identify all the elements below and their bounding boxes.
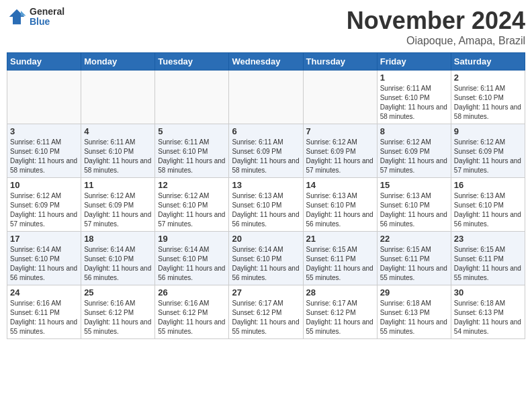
day-number: 18 — [84, 234, 152, 244]
day-number: 17 — [10, 234, 78, 244]
calendar-cell: 6Sunrise: 6:11 AMSunset: 6:09 PMDaylight… — [229, 124, 303, 178]
day-info: Sunrise: 6:16 AMSunset: 6:12 PMDaylight:… — [158, 299, 226, 336]
day-number: 29 — [380, 287, 448, 298]
logo-text: General Blue — [30, 7, 64, 28]
weekday-header-saturday: Saturday — [451, 53, 525, 71]
calendar-cell: 29Sunrise: 6:18 AMSunset: 6:13 PMDayligh… — [377, 285, 451, 339]
location-text: Oiapoque, Amapa, Brazil — [347, 35, 525, 47]
weekday-header-friday: Friday — [377, 53, 451, 71]
weekday-header-row: SundayMondayTuesdayWednesdayThursdayFrid… — [7, 53, 525, 71]
calendar-cell: 15Sunrise: 6:13 AMSunset: 6:10 PMDayligh… — [377, 178, 451, 232]
day-number: 6 — [232, 126, 300, 136]
calendar-cell: 3Sunrise: 6:11 AMSunset: 6:10 PMDaylight… — [7, 124, 81, 178]
svg-marker-0 — [9, 9, 25, 25]
day-info: Sunrise: 6:12 AMSunset: 6:09 PMDaylight:… — [306, 138, 374, 175]
day-number: 9 — [454, 126, 522, 136]
calendar-cell: 1Sunrise: 6:11 AMSunset: 6:10 PMDaylight… — [377, 71, 451, 124]
day-number: 3 — [10, 126, 78, 136]
calendar-cell: 25Sunrise: 6:16 AMSunset: 6:12 PMDayligh… — [81, 285, 155, 339]
calendar-cell: 24Sunrise: 6:16 AMSunset: 6:11 PMDayligh… — [7, 285, 81, 339]
calendar-cell: 10Sunrise: 6:12 AMSunset: 6:09 PMDayligh… — [7, 178, 81, 232]
calendar-week-1: 1Sunrise: 6:11 AMSunset: 6:10 PMDaylight… — [7, 71, 525, 124]
day-number: 5 — [158, 126, 226, 136]
day-info: Sunrise: 6:11 AMSunset: 6:10 PMDaylight:… — [454, 84, 522, 122]
calendar-cell — [81, 71, 155, 124]
calendar-cell: 9Sunrise: 6:12 AMSunset: 6:09 PMDaylight… — [451, 124, 525, 178]
calendar-cell: 22Sunrise: 6:15 AMSunset: 6:11 PMDayligh… — [377, 232, 451, 285]
day-info: Sunrise: 6:14 AMSunset: 6:10 PMDaylight:… — [10, 245, 78, 283]
day-info: Sunrise: 6:11 AMSunset: 6:10 PMDaylight:… — [158, 138, 226, 175]
day-info: Sunrise: 6:13 AMSunset: 6:10 PMDaylight:… — [306, 191, 374, 229]
day-number: 19 — [158, 234, 226, 244]
day-number: 4 — [84, 126, 152, 136]
calendar-cell: 18Sunrise: 6:14 AMSunset: 6:10 PMDayligh… — [81, 232, 155, 285]
calendar-week-4: 17Sunrise: 6:14 AMSunset: 6:10 PMDayligh… — [7, 232, 525, 285]
day-number: 2 — [454, 73, 522, 83]
day-info: Sunrise: 6:12 AMSunset: 6:09 PMDaylight:… — [84, 191, 152, 229]
calendar-cell: 12Sunrise: 6:12 AMSunset: 6:10 PMDayligh… — [155, 178, 229, 232]
day-info: Sunrise: 6:16 AMSunset: 6:12 PMDaylight:… — [84, 299, 152, 336]
day-info: Sunrise: 6:12 AMSunset: 6:09 PMDaylight:… — [10, 191, 78, 229]
weekday-header-sunday: Sunday — [7, 53, 81, 71]
day-info: Sunrise: 6:13 AMSunset: 6:10 PMDaylight:… — [454, 191, 522, 229]
logo-icon — [7, 7, 27, 27]
calendar-table: SundayMondayTuesdayWednesdayThursdayFrid… — [7, 52, 525, 339]
day-info: Sunrise: 6:15 AMSunset: 6:11 PMDaylight:… — [306, 245, 374, 283]
day-number: 11 — [84, 180, 152, 190]
day-info: Sunrise: 6:11 AMSunset: 6:10 PMDaylight:… — [380, 84, 448, 122]
day-info: Sunrise: 6:12 AMSunset: 6:09 PMDaylight:… — [380, 138, 448, 175]
day-info: Sunrise: 6:12 AMSunset: 6:09 PMDaylight:… — [454, 138, 522, 175]
day-number: 1 — [380, 73, 448, 83]
calendar-cell: 26Sunrise: 6:16 AMSunset: 6:12 PMDayligh… — [155, 285, 229, 339]
day-info: Sunrise: 6:15 AMSunset: 6:11 PMDaylight:… — [454, 245, 522, 283]
calendar-week-3: 10Sunrise: 6:12 AMSunset: 6:09 PMDayligh… — [7, 178, 525, 232]
day-info: Sunrise: 6:14 AMSunset: 6:10 PMDaylight:… — [232, 245, 300, 283]
calendar-week-5: 24Sunrise: 6:16 AMSunset: 6:11 PMDayligh… — [7, 285, 525, 339]
day-info: Sunrise: 6:12 AMSunset: 6:10 PMDaylight:… — [158, 191, 226, 229]
calendar-cell — [155, 71, 229, 124]
calendar-cell: 8Sunrise: 6:12 AMSunset: 6:09 PMDaylight… — [377, 124, 451, 178]
day-info: Sunrise: 6:18 AMSunset: 6:13 PMDaylight:… — [380, 299, 448, 336]
calendar-cell: 5Sunrise: 6:11 AMSunset: 6:10 PMDaylight… — [155, 124, 229, 178]
calendar-cell: 2Sunrise: 6:11 AMSunset: 6:10 PMDaylight… — [451, 71, 525, 124]
title-block: November 2024 Oiapoque, Amapa, Brazil — [347, 7, 525, 47]
day-number: 24 — [10, 287, 78, 298]
day-info: Sunrise: 6:15 AMSunset: 6:11 PMDaylight:… — [380, 245, 448, 283]
logo: General Blue — [7, 7, 64, 28]
day-number: 7 — [306, 126, 374, 136]
day-info: Sunrise: 6:18 AMSunset: 6:13 PMDaylight:… — [454, 299, 522, 336]
day-number: 25 — [84, 287, 152, 298]
weekday-header-wednesday: Wednesday — [229, 53, 303, 71]
day-info: Sunrise: 6:11 AMSunset: 6:10 PMDaylight:… — [84, 138, 152, 175]
day-info: Sunrise: 6:13 AMSunset: 6:10 PMDaylight:… — [232, 191, 300, 229]
page-header: General Blue November 2024 Oiapoque, Ama… — [7, 7, 525, 47]
calendar-cell: 30Sunrise: 6:18 AMSunset: 6:13 PMDayligh… — [451, 285, 525, 339]
calendar-cell: 27Sunrise: 6:17 AMSunset: 6:12 PMDayligh… — [229, 285, 303, 339]
weekday-header-thursday: Thursday — [303, 53, 377, 71]
logo-blue-text: Blue — [30, 17, 64, 27]
svg-marker-1 — [21, 11, 26, 16]
calendar-cell: 13Sunrise: 6:13 AMSunset: 6:10 PMDayligh… — [229, 178, 303, 232]
month-title: November 2024 — [347, 7, 525, 35]
calendar-cell: 17Sunrise: 6:14 AMSunset: 6:10 PMDayligh… — [7, 232, 81, 285]
calendar-cell — [229, 71, 303, 124]
calendar-cell: 14Sunrise: 6:13 AMSunset: 6:10 PMDayligh… — [303, 178, 377, 232]
day-number: 10 — [10, 180, 78, 190]
day-number: 13 — [232, 180, 300, 190]
day-number: 15 — [380, 180, 448, 190]
day-number: 23 — [454, 234, 522, 244]
calendar-cell: 7Sunrise: 6:12 AMSunset: 6:09 PMDaylight… — [303, 124, 377, 178]
calendar-cell: 4Sunrise: 6:11 AMSunset: 6:10 PMDaylight… — [81, 124, 155, 178]
day-number: 16 — [454, 180, 522, 190]
day-info: Sunrise: 6:14 AMSunset: 6:10 PMDaylight:… — [158, 245, 226, 283]
weekday-header-tuesday: Tuesday — [155, 53, 229, 71]
day-info: Sunrise: 6:14 AMSunset: 6:10 PMDaylight:… — [84, 245, 152, 283]
day-number: 27 — [232, 287, 300, 298]
day-info: Sunrise: 6:11 AMSunset: 6:09 PMDaylight:… — [232, 138, 300, 175]
logo-general-text: General — [30, 7, 64, 17]
day-number: 22 — [380, 234, 448, 244]
day-info: Sunrise: 6:16 AMSunset: 6:11 PMDaylight:… — [10, 299, 78, 336]
day-info: Sunrise: 6:17 AMSunset: 6:12 PMDaylight:… — [232, 299, 300, 336]
calendar-cell: 20Sunrise: 6:14 AMSunset: 6:10 PMDayligh… — [229, 232, 303, 285]
calendar-cell: 11Sunrise: 6:12 AMSunset: 6:09 PMDayligh… — [81, 178, 155, 232]
